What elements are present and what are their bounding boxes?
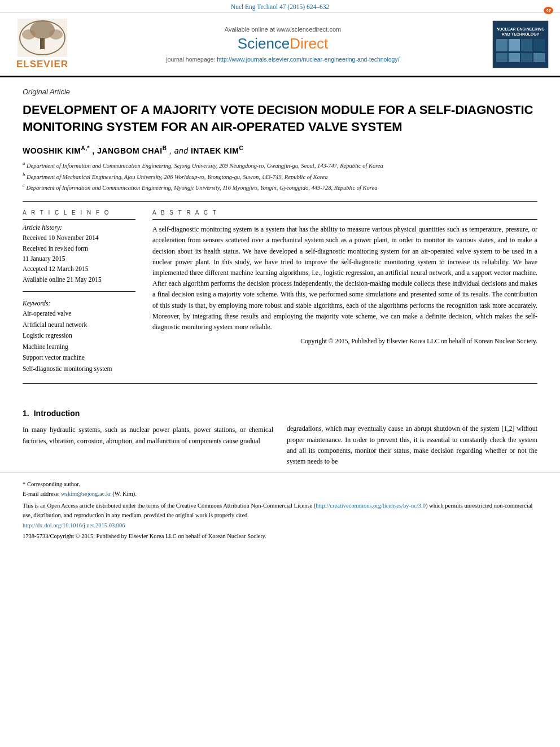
section1-left-text: In many hydraulic systems, such as nucle… bbox=[23, 425, 273, 446]
keyword-1: Air-operated valve bbox=[23, 308, 135, 320]
keywords-list: Air-operated valve Artificial neural net… bbox=[23, 308, 135, 374]
keyword-2: Artificial neural network bbox=[23, 320, 135, 331]
elsevier-logo-block: ELSEVIER bbox=[11, 19, 73, 70]
author-2-name: JANGBOM CHAI bbox=[97, 146, 163, 155]
corresponding-label: * Corresponding author. bbox=[23, 481, 80, 487]
abstract-copyright: Copyright © 2015, Published by Elsevier … bbox=[152, 336, 537, 346]
email-suffix: (W. Kim). bbox=[112, 491, 136, 497]
journal-header: ELSEVIER Available online at www.science… bbox=[0, 13, 560, 77]
affiliation-a: a Department of Information and Communic… bbox=[23, 160, 537, 170]
keyword-5: Support vector machine bbox=[23, 352, 135, 364]
author-1-name: WOOSHIK KIM bbox=[23, 146, 81, 155]
section1-title: Introduction bbox=[34, 409, 80, 418]
footnote-open-access: This is an Open Access article distribut… bbox=[23, 501, 537, 521]
journal-citation-bar: Nucl Eng Technol 47 (2015) 624–632 bbox=[0, 0, 560, 13]
keywords-section: Keywords: Air-operated valve Artificial … bbox=[23, 300, 135, 374]
article-info-title: A R T I C L E I N F O bbox=[23, 209, 135, 216]
abstract-section: A B S T R A C T A self-diagnostic monito… bbox=[152, 209, 537, 374]
abstract-paragraph: A self-diagnostic monitoring system is a… bbox=[152, 224, 537, 333]
svg-rect-2 bbox=[40, 38, 45, 49]
svg-point-4 bbox=[49, 29, 63, 40]
cover-image-placeholder bbox=[496, 39, 545, 51]
section1-number: 1. bbox=[23, 409, 29, 418]
abstract-title: A B S T R A C T bbox=[152, 209, 537, 216]
journal-cover-title: NUCLEAR ENGINEERING AND TECHNOLOGY bbox=[495, 27, 546, 37]
article-title: DEVELOPMENT OF A MAJORITY VOTE DECISION … bbox=[23, 102, 537, 135]
history-date-5: Available online 21 May 2015 bbox=[23, 274, 135, 285]
footnote-email: E-mail address: wskim@sejong.ac.kr (W. K… bbox=[23, 490, 537, 499]
abstract-divider bbox=[152, 219, 537, 220]
doi-link[interactable]: http://dx.doi.org/10.1016/j.net.2015.03.… bbox=[23, 522, 125, 528]
affiliation-b: b Department of Mechanical Engineering, … bbox=[23, 171, 537, 181]
svg-point-3 bbox=[22, 29, 36, 40]
email-link[interactable]: wskim@sejong.ac.kr bbox=[61, 491, 111, 497]
keywords-label: Keywords: bbox=[23, 300, 135, 307]
section-divider-2 bbox=[23, 383, 537, 384]
footnote-doi: http://dx.doi.org/10.1016/j.net.2015.03.… bbox=[23, 521, 537, 531]
main-left-column: 1. Introduction In many hydraulic system… bbox=[23, 409, 273, 467]
footnote-corresponding: * Corresponding author. bbox=[23, 480, 537, 490]
journal-center-info: Available online at www.sciencedirect.co… bbox=[79, 26, 487, 63]
affiliations-block: a Department of Information and Communic… bbox=[23, 160, 537, 192]
keyword-3: Logistic regression bbox=[23, 330, 135, 342]
main-content: 1. Introduction In many hydraulic system… bbox=[0, 409, 560, 467]
article-info-row: A R T I C L E I N F O Article history: R… bbox=[23, 209, 537, 374]
keyword-4: Machine learning bbox=[23, 342, 135, 353]
cover-image-placeholder2 bbox=[496, 53, 545, 62]
history-date-2: Received in revised form bbox=[23, 243, 135, 254]
journal-cover-image: NUCLEAR ENGINEERING AND TECHNOLOGY 47 bbox=[492, 20, 549, 68]
info-left-divider bbox=[23, 219, 135, 220]
sciencedirect-direct: Direct bbox=[290, 35, 328, 52]
sciencedirect-sci: Science bbox=[238, 35, 290, 52]
author-separator-1: , bbox=[92, 146, 97, 155]
license-link[interactable]: http://creativecommons.org/licenses/by-n… bbox=[316, 503, 426, 509]
footnote-section: * Corresponding author. E-mail address: … bbox=[0, 473, 560, 547]
author-2-sup: b bbox=[163, 145, 167, 151]
footnote-issn: 1738-5733/Copyright © 2015, Published by… bbox=[23, 532, 537, 541]
author-1-sup: a,* bbox=[81, 145, 90, 151]
journal-homepage-line: journal homepage: http://www.journals.el… bbox=[79, 56, 487, 63]
open-access-text: This is an Open Access article distribut… bbox=[23, 503, 316, 509]
author-3-sup: c bbox=[239, 145, 244, 151]
author-3-name: INTAEK KIM bbox=[191, 146, 239, 155]
keyword-6: Self-diagnostic monitoring system bbox=[23, 364, 135, 375]
section1-heading: 1. Introduction bbox=[23, 409, 273, 421]
email-label: E-mail address: bbox=[23, 491, 60, 497]
elsevier-tree-icon bbox=[18, 19, 67, 57]
available-online-text: Available online at www.sciencedirect.co… bbox=[79, 26, 487, 33]
homepage-label: journal homepage: bbox=[166, 56, 215, 63]
homepage-link[interactable]: http://www.journals.elsevier.com/nuclear… bbox=[217, 56, 399, 63]
article-type: Original Article bbox=[23, 88, 537, 96]
journal-citation: Nucl Eng Technol 47 (2015) 624–632 bbox=[231, 3, 329, 10]
history-date-4: Accepted 12 March 2015 bbox=[23, 264, 135, 274]
history-dates: Received 10 November 2014 Received in re… bbox=[23, 233, 135, 285]
section-divider-1 bbox=[23, 201, 537, 202]
author-separator-2: , and bbox=[169, 146, 191, 155]
elsevier-brand-text: ELSEVIER bbox=[16, 59, 68, 70]
history-date-1: Received 10 November 2014 bbox=[23, 233, 135, 243]
article-info-left: A R T I C L E I N F O Article history: R… bbox=[23, 209, 135, 374]
authors-line: WOOSHIK KIMa,* , JANGBOM CHAIb , and INT… bbox=[23, 145, 537, 155]
keywords-divider bbox=[23, 291, 135, 292]
abstract-text: A self-diagnostic monitoring system is a… bbox=[152, 224, 537, 346]
main-right-column: degradations, which may eventually cause… bbox=[287, 409, 537, 467]
affiliation-c: c Department of Information and Communic… bbox=[23, 182, 537, 192]
article-body: Original Article DEVELOPMENT OF A MAJORI… bbox=[0, 77, 560, 403]
history-label: Article history: bbox=[23, 224, 135, 231]
history-date-3: 11 January 2015 bbox=[23, 254, 135, 264]
section1-right-text: degradations, which may eventually cause… bbox=[287, 423, 537, 467]
sciencedirect-logo: ScienceDirect bbox=[79, 35, 487, 53]
